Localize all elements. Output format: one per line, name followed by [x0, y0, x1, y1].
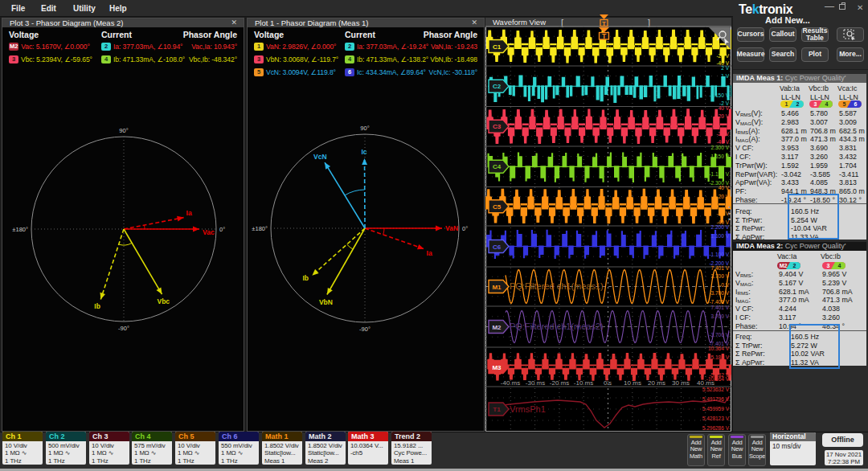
- svg-text:1 V: 1 V: [721, 73, 729, 79]
- svg-text:Vbc: Vbc: [158, 297, 170, 305]
- svg-text:90°: 90°: [360, 125, 369, 132]
- svg-text:2.300 V: 2.300 V: [711, 145, 730, 150]
- svg-text:-30 ms: -30 ms: [526, 379, 545, 387]
- svg-text:2: 2: [793, 263, 796, 268]
- svg-text:-1.150 V: -1.150 V: [709, 92, 729, 98]
- svg-text:M2: M2: [780, 263, 788, 268]
- svg-text:VrmsPh1: VrmsPh1: [510, 404, 546, 414]
- svg-text:-20 V: -20 V: [716, 53, 729, 59]
- svg-text:5.459959 V: 5.459959 V: [702, 406, 730, 412]
- svg-text:0's: 0's: [604, 379, 612, 387]
- svg-text:1: 1: [785, 101, 788, 107]
- svg-text:Ia: Ia: [427, 249, 432, 257]
- svg-text:C3: C3: [493, 123, 502, 130]
- svg-text:4: 4: [838, 263, 841, 268]
- svg-text:40 V: 40 V: [719, 105, 730, 111]
- svg-text:7.401 V: 7.401 V: [711, 265, 730, 271]
- svg-text:-20 V: -20 V: [716, 131, 729, 137]
- svg-text:7.401 V: 7.401 V: [711, 305, 730, 310]
- svg-text:20 V: 20 V: [719, 194, 730, 199]
- svg-text:T: T: [602, 20, 606, 27]
- svg-text:-0 V: -0 V: [719, 282, 730, 288]
- svg-text:-1.100 V: -1.100 V: [709, 252, 729, 257]
- svg-text:M3: M3: [492, 364, 502, 371]
- svg-text:PQ:Filtered ch1(meas2): PQ:Filtered ch1(meas2): [510, 322, 604, 331]
- svg-text:3: 3: [814, 101, 817, 107]
- svg-text:5.182 V: 5.182 V: [711, 354, 730, 360]
- svg-text:-3.700 V: -3.700 V: [709, 332, 729, 338]
- svg-text:T1: T1: [493, 406, 501, 413]
- svg-text:Ib: Ib: [302, 274, 309, 282]
- svg-text:1.150 V: 1.150 V: [711, 154, 730, 159]
- svg-text:VaN: VaN: [445, 224, 458, 232]
- svg-text:-40 V: -40 V: [716, 139, 729, 145]
- svg-text:5.523632 V: 5.523632 V: [702, 387, 730, 392]
- svg-text:-90°: -90°: [118, 325, 129, 332]
- svg-text:-1.150 V: -1.150 V: [709, 171, 729, 177]
- svg-text:C1: C1: [493, 43, 502, 51]
- svg-text:C5: C5: [493, 203, 502, 211]
- svg-text:5.296286 V: 5.296286 V: [702, 425, 730, 431]
- svg-text:10 ms: 10 ms: [624, 379, 641, 387]
- svg-text:-10.364 V: -10.364 V: [706, 376, 730, 382]
- svg-text:±180°: ±180°: [252, 225, 268, 232]
- svg-text:Ib: Ib: [94, 302, 100, 310]
- svg-text:-20 ms: -20 ms: [550, 379, 569, 387]
- svg-text:3.700 V: 3.700 V: [711, 273, 730, 279]
- svg-text:3: 3: [827, 263, 830, 268]
- svg-text:5.428123 V: 5.428123 V: [702, 416, 730, 421]
- svg-text:2.200 V: 2.200 V: [711, 224, 730, 230]
- svg-text:5.491796 V: 5.491796 V: [702, 396, 730, 402]
- svg-text:PQ:Filtered ch1(meas1): PQ:Filtered ch1(meas1): [510, 281, 604, 291]
- svg-text:]: ]: [648, 18, 650, 27]
- svg-text:[: [: [561, 18, 563, 27]
- svg-text:Waveform View: Waveform View: [493, 18, 546, 27]
- svg-text:C6: C6: [493, 244, 502, 251]
- svg-text:-90°: -90°: [359, 326, 371, 333]
- svg-text:2: 2: [796, 101, 800, 107]
- svg-text:VbN: VbN: [319, 298, 333, 306]
- svg-text:1.100 V: 1.100 V: [711, 233, 730, 239]
- svg-text:C4: C4: [493, 163, 502, 170]
- svg-text:Ic: Ic: [362, 148, 367, 156]
- svg-text:M1: M1: [492, 284, 502, 291]
- svg-text:5: 5: [843, 101, 846, 107]
- svg-text:40 V: 40 V: [719, 185, 730, 190]
- svg-text:±180°: ±180°: [12, 226, 28, 233]
- svg-text:2 V: 2 V: [721, 65, 729, 71]
- svg-text:-10 ms: -10 ms: [574, 379, 593, 387]
- svg-text:VcN: VcN: [313, 153, 327, 161]
- svg-text:30 ms: 30 ms: [672, 379, 690, 387]
- svg-text:6: 6: [854, 101, 858, 107]
- svg-text:20 V: 20 V: [719, 113, 730, 119]
- svg-text:0°: 0°: [462, 225, 468, 232]
- svg-text:90°: 90°: [119, 127, 128, 134]
- svg-text:10.364 V: 10.364 V: [708, 346, 730, 351]
- svg-text:4: 4: [825, 101, 829, 107]
- svg-text:0°: 0°: [219, 226, 225, 233]
- svg-text:-3.700 V: -3.700 V: [709, 290, 729, 296]
- svg-text:20 ms: 20 ms: [648, 379, 665, 387]
- svg-text:T: T: [602, 32, 607, 40]
- svg-text:Vac: Vac: [203, 228, 215, 236]
- svg-text:M2: M2: [492, 324, 502, 331]
- svg-text:3.700 V: 3.700 V: [711, 313, 730, 319]
- svg-text:C2: C2: [493, 83, 502, 90]
- svg-text:-40 ms: -40 ms: [501, 379, 520, 387]
- svg-text:Ia: Ia: [186, 209, 192, 217]
